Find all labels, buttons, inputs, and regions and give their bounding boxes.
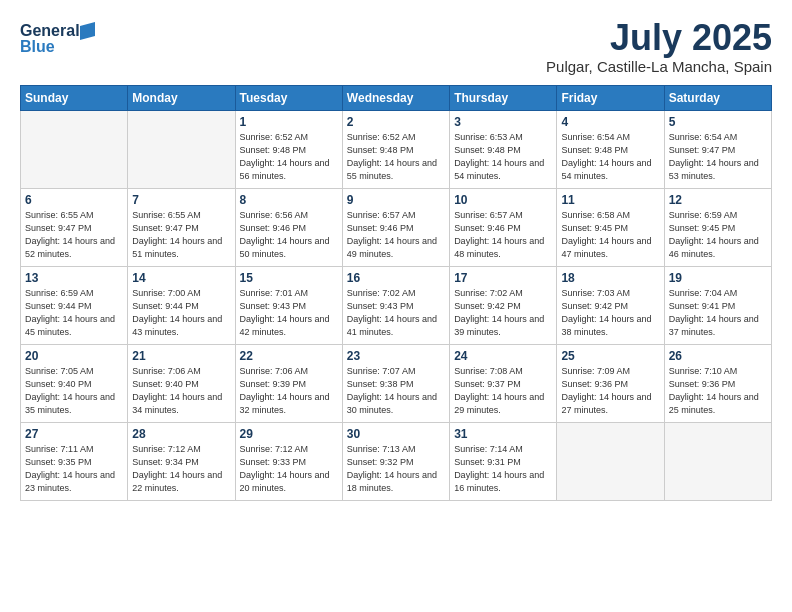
day-number: 25	[561, 349, 659, 363]
day-info: Sunrise: 6:55 AMSunset: 9:47 PMDaylight:…	[132, 209, 230, 261]
day-number: 14	[132, 271, 230, 285]
page: General Blue July 2025 Pulgar, Castille-…	[0, 0, 792, 612]
header: General Blue July 2025 Pulgar, Castille-…	[20, 18, 772, 75]
calendar-cell: 30Sunrise: 7:13 AMSunset: 9:32 PMDayligh…	[342, 422, 449, 500]
calendar-cell: 8Sunrise: 6:56 AMSunset: 9:46 PMDaylight…	[235, 188, 342, 266]
day-info: Sunrise: 6:57 AMSunset: 9:46 PMDaylight:…	[454, 209, 552, 261]
day-info: Sunrise: 6:52 AMSunset: 9:48 PMDaylight:…	[347, 131, 445, 183]
weekday-header: Sunday	[21, 85, 128, 110]
day-info: Sunrise: 7:04 AMSunset: 9:41 PMDaylight:…	[669, 287, 767, 339]
calendar-cell: 4Sunrise: 6:54 AMSunset: 9:48 PMDaylight…	[557, 110, 664, 188]
calendar-cell: 21Sunrise: 7:06 AMSunset: 9:40 PMDayligh…	[128, 344, 235, 422]
calendar-cell: 22Sunrise: 7:06 AMSunset: 9:39 PMDayligh…	[235, 344, 342, 422]
logo-icon: General Blue	[20, 18, 100, 58]
calendar-cell: 23Sunrise: 7:07 AMSunset: 9:38 PMDayligh…	[342, 344, 449, 422]
day-number: 31	[454, 427, 552, 441]
day-number: 8	[240, 193, 338, 207]
calendar-cell: 19Sunrise: 7:04 AMSunset: 9:41 PMDayligh…	[664, 266, 771, 344]
weekday-header: Wednesday	[342, 85, 449, 110]
calendar-week-row: 1Sunrise: 6:52 AMSunset: 9:48 PMDaylight…	[21, 110, 772, 188]
day-number: 15	[240, 271, 338, 285]
day-info: Sunrise: 6:54 AMSunset: 9:47 PMDaylight:…	[669, 131, 767, 183]
day-number: 11	[561, 193, 659, 207]
location-title: Pulgar, Castille-La Mancha, Spain	[546, 58, 772, 75]
calendar-cell: 7Sunrise: 6:55 AMSunset: 9:47 PMDaylight…	[128, 188, 235, 266]
day-info: Sunrise: 6:58 AMSunset: 9:45 PMDaylight:…	[561, 209, 659, 261]
day-number: 21	[132, 349, 230, 363]
day-info: Sunrise: 7:10 AMSunset: 9:36 PMDaylight:…	[669, 365, 767, 417]
day-info: Sunrise: 7:13 AMSunset: 9:32 PMDaylight:…	[347, 443, 445, 495]
calendar-cell: 27Sunrise: 7:11 AMSunset: 9:35 PMDayligh…	[21, 422, 128, 500]
day-info: Sunrise: 7:01 AMSunset: 9:43 PMDaylight:…	[240, 287, 338, 339]
day-number: 23	[347, 349, 445, 363]
svg-text:Blue: Blue	[20, 38, 55, 55]
weekday-header: Tuesday	[235, 85, 342, 110]
day-number: 10	[454, 193, 552, 207]
day-number: 5	[669, 115, 767, 129]
day-info: Sunrise: 6:54 AMSunset: 9:48 PMDaylight:…	[561, 131, 659, 183]
calendar-cell: 12Sunrise: 6:59 AMSunset: 9:45 PMDayligh…	[664, 188, 771, 266]
day-number: 12	[669, 193, 767, 207]
month-title: July 2025	[546, 18, 772, 58]
day-number: 30	[347, 427, 445, 441]
day-number: 1	[240, 115, 338, 129]
day-info: Sunrise: 6:59 AMSunset: 9:44 PMDaylight:…	[25, 287, 123, 339]
day-info: Sunrise: 6:56 AMSunset: 9:46 PMDaylight:…	[240, 209, 338, 261]
day-number: 20	[25, 349, 123, 363]
day-number: 19	[669, 271, 767, 285]
calendar-week-row: 13Sunrise: 6:59 AMSunset: 9:44 PMDayligh…	[21, 266, 772, 344]
day-number: 7	[132, 193, 230, 207]
calendar-cell: 25Sunrise: 7:09 AMSunset: 9:36 PMDayligh…	[557, 344, 664, 422]
calendar-cell: 9Sunrise: 6:57 AMSunset: 9:46 PMDaylight…	[342, 188, 449, 266]
calendar-cell: 6Sunrise: 6:55 AMSunset: 9:47 PMDaylight…	[21, 188, 128, 266]
calendar-cell: 16Sunrise: 7:02 AMSunset: 9:43 PMDayligh…	[342, 266, 449, 344]
svg-text:General: General	[20, 22, 80, 39]
calendar-cell: 17Sunrise: 7:02 AMSunset: 9:42 PMDayligh…	[450, 266, 557, 344]
day-info: Sunrise: 7:00 AMSunset: 9:44 PMDaylight:…	[132, 287, 230, 339]
day-info: Sunrise: 7:12 AMSunset: 9:34 PMDaylight:…	[132, 443, 230, 495]
day-info: Sunrise: 7:11 AMSunset: 9:35 PMDaylight:…	[25, 443, 123, 495]
calendar-cell: 3Sunrise: 6:53 AMSunset: 9:48 PMDaylight…	[450, 110, 557, 188]
day-info: Sunrise: 7:03 AMSunset: 9:42 PMDaylight:…	[561, 287, 659, 339]
calendar-week-row: 20Sunrise: 7:05 AMSunset: 9:40 PMDayligh…	[21, 344, 772, 422]
title-block: July 2025 Pulgar, Castille-La Mancha, Sp…	[546, 18, 772, 75]
day-info: Sunrise: 7:06 AMSunset: 9:39 PMDaylight:…	[240, 365, 338, 417]
weekday-header: Monday	[128, 85, 235, 110]
calendar-cell	[21, 110, 128, 188]
day-number: 4	[561, 115, 659, 129]
day-number: 28	[132, 427, 230, 441]
logo: General Blue	[20, 18, 100, 58]
calendar-cell: 1Sunrise: 6:52 AMSunset: 9:48 PMDaylight…	[235, 110, 342, 188]
weekday-header: Thursday	[450, 85, 557, 110]
day-info: Sunrise: 7:02 AMSunset: 9:43 PMDaylight:…	[347, 287, 445, 339]
calendar-cell: 18Sunrise: 7:03 AMSunset: 9:42 PMDayligh…	[557, 266, 664, 344]
calendar-cell: 24Sunrise: 7:08 AMSunset: 9:37 PMDayligh…	[450, 344, 557, 422]
calendar-cell	[664, 422, 771, 500]
day-number: 2	[347, 115, 445, 129]
day-number: 18	[561, 271, 659, 285]
calendar-cell	[128, 110, 235, 188]
calendar-cell: 20Sunrise: 7:05 AMSunset: 9:40 PMDayligh…	[21, 344, 128, 422]
day-info: Sunrise: 7:12 AMSunset: 9:33 PMDaylight:…	[240, 443, 338, 495]
day-number: 9	[347, 193, 445, 207]
day-info: Sunrise: 6:53 AMSunset: 9:48 PMDaylight:…	[454, 131, 552, 183]
day-number: 16	[347, 271, 445, 285]
day-info: Sunrise: 7:08 AMSunset: 9:37 PMDaylight:…	[454, 365, 552, 417]
calendar-week-row: 27Sunrise: 7:11 AMSunset: 9:35 PMDayligh…	[21, 422, 772, 500]
calendar-cell: 14Sunrise: 7:00 AMSunset: 9:44 PMDayligh…	[128, 266, 235, 344]
calendar-cell: 28Sunrise: 7:12 AMSunset: 9:34 PMDayligh…	[128, 422, 235, 500]
day-info: Sunrise: 6:52 AMSunset: 9:48 PMDaylight:…	[240, 131, 338, 183]
day-info: Sunrise: 7:05 AMSunset: 9:40 PMDaylight:…	[25, 365, 123, 417]
day-info: Sunrise: 7:09 AMSunset: 9:36 PMDaylight:…	[561, 365, 659, 417]
day-info: Sunrise: 7:14 AMSunset: 9:31 PMDaylight:…	[454, 443, 552, 495]
weekday-header: Friday	[557, 85, 664, 110]
calendar-cell: 2Sunrise: 6:52 AMSunset: 9:48 PMDaylight…	[342, 110, 449, 188]
calendar-cell: 29Sunrise: 7:12 AMSunset: 9:33 PMDayligh…	[235, 422, 342, 500]
day-number: 3	[454, 115, 552, 129]
day-number: 24	[454, 349, 552, 363]
day-number: 27	[25, 427, 123, 441]
day-info: Sunrise: 6:59 AMSunset: 9:45 PMDaylight:…	[669, 209, 767, 261]
calendar-week-row: 6Sunrise: 6:55 AMSunset: 9:47 PMDaylight…	[21, 188, 772, 266]
day-number: 17	[454, 271, 552, 285]
day-number: 26	[669, 349, 767, 363]
